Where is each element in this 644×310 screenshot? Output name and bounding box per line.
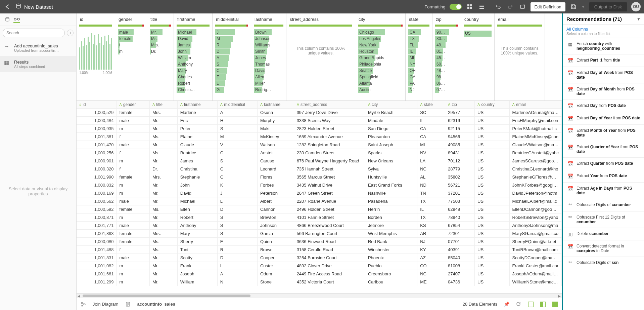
profile-column[interactable]: lastname Brown Johnson Williams Smith Jo… [251, 13, 286, 101]
column-header[interactable]: #id [77, 101, 117, 109]
horizontal-scrollbar[interactable]: ◀ ▶ [77, 293, 562, 298]
value-row[interactable]: M [215, 36, 248, 42]
column-header[interactable]: Acountry [475, 101, 510, 109]
column-header[interactable]: Astreet_address [294, 101, 365, 109]
value-row[interactable]: Williams [254, 42, 283, 48]
profile-column[interactable]: country US [461, 13, 495, 101]
column-header[interactable]: Azip [445, 101, 475, 109]
value-row[interactable]: Rodrig… [254, 87, 283, 93]
step-item[interactable]: → Add accountinfo_sales Uploaded from ac… [0, 40, 76, 56]
join-diagram-icon[interactable] [81, 302, 86, 307]
value-row[interactable]: Christo… [177, 87, 210, 93]
back-button[interactable] [3, 3, 11, 11]
value-row[interactable]: Dr. [150, 48, 171, 54]
value-row[interactable]: m [118, 48, 144, 54]
table-row[interactable]: 1,001,771maleMr.AnthonySJohnson4866 Bree… [77, 222, 562, 230]
table-row[interactable]: 1,001,488fMs.ToniRBrown3158 Cerullo Road… [77, 246, 562, 254]
value-row[interactable]: Seattle [358, 68, 403, 74]
table-row[interactable]: 1,000,484maleMr.EricHMurphy3338 Scenic W… [77, 117, 562, 125]
tab-data-icon[interactable] [4, 16, 11, 23]
value-row[interactable]: Mary [177, 68, 210, 74]
recommendation-item[interactable]: 📅 Extract Day from POS date [563, 100, 644, 112]
value-row[interactable]: Johnson [254, 36, 283, 42]
table-row[interactable]: 1,001,863femaleMrs.MarySGarcia566 Barrin… [77, 230, 562, 238]
preview-icon[interactable] [518, 3, 526, 11]
value-row[interactable]: PA [408, 80, 429, 86]
recommendation-item[interactable]: 📅 Convert detected format in ccexpires t… [563, 240, 644, 257]
value-row[interactable]: Chicago [358, 29, 403, 35]
user-avatar[interactable]: OU [631, 2, 641, 11]
all-columns-link[interactable]: All Columns [566, 27, 641, 32]
table-row[interactable]: 1,000,901mMr.JamesSCaruso676 Paul Wayne … [77, 157, 562, 165]
profile-column[interactable]: zip 90… 30… 49… 01… 45… 60… 48… 98… 06… [432, 13, 461, 101]
search-input[interactable] [3, 29, 65, 37]
edit-definition-button[interactable]: Edit Definition [531, 2, 565, 11]
value-row[interactable]: G [215, 87, 248, 93]
value-row[interactable]: Los Angeles [358, 36, 403, 42]
table-row[interactable]: 1,001,299mMr.WilliamNStone4352 Victoria … [77, 278, 562, 286]
value-row[interactable]: Michael [177, 29, 210, 35]
value-row[interactable]: James [177, 42, 210, 48]
value-row[interactable]: 45… [435, 55, 458, 61]
value-row[interactable]: E [215, 74, 248, 80]
recommendation-item[interactable]: 📅 Extract Part_1 from title [563, 54, 644, 67]
value-row[interactable]: female [118, 36, 144, 42]
profile-column[interactable]: id 1.00M1.00M [77, 13, 115, 101]
table-row[interactable]: 1,000,592femaleMs.EllenDCannon2496 Holde… [77, 205, 562, 214]
scroll-left-icon[interactable]: ◀ [77, 294, 81, 298]
value-row[interactable]: Smith [254, 48, 283, 54]
value-row[interactable]: Houston [358, 48, 403, 54]
recommendation-item[interactable]: 📅 Extract Day of Week from POS date [563, 67, 644, 83]
column-header[interactable]: Alastname [257, 101, 294, 109]
value-row[interactable]: L [215, 80, 248, 86]
value-row[interactable]: R [215, 42, 248, 48]
value-row[interactable]: male [118, 29, 144, 35]
table-row[interactable]: 1,000,169mMr.DavidJPeterson2647 Green St… [77, 189, 562, 197]
value-row[interactable]: Davis [254, 68, 283, 74]
recommendation-item[interactable]: 📅 Extract Month of Year from POS date [563, 124, 644, 141]
table-row[interactable]: 1,000,529femaleMrs.MarleneAOsuna397 Jerr… [77, 109, 562, 117]
recommendation-item[interactable]: 📅 Extract Year from POS date [563, 170, 644, 182]
value-row[interactable]: Brown [254, 29, 283, 35]
value-row[interactable]: Mrs. [150, 42, 171, 48]
recommendation-item[interactable]: 📅 Extract Day of Month from POS date [563, 83, 644, 100]
table-row[interactable]: 1,001,831maleMr.ScottyDCooper3254 Burnsi… [77, 254, 562, 262]
list-view-icon[interactable] [478, 3, 486, 11]
value-row[interactable]: Grand Rapids [358, 55, 403, 61]
recommendation-item[interactable]: ** Obfuscate First 12 Digits of ccnumber [563, 211, 644, 228]
value-row[interactable]: C [215, 68, 248, 74]
value-row[interactable]: Thomas [254, 61, 283, 67]
value-row[interactable]: GA [408, 74, 429, 80]
value-row[interactable]: 01… [435, 48, 458, 54]
value-row[interactable]: J [215, 29, 248, 35]
value-row[interactable]: William [177, 55, 210, 61]
value-row[interactable]: OH [408, 68, 429, 74]
value-row[interactable]: A [215, 55, 248, 61]
layout-icon-3[interactable] [552, 302, 558, 307]
value-row[interactable]: 49… [435, 42, 458, 48]
scroll-right-icon[interactable]: ▶ [557, 294, 562, 298]
value-row[interactable]: 60… [435, 61, 458, 67]
value-row[interactable]: 90… [435, 29, 458, 35]
value-row[interactable]: S [215, 61, 248, 67]
profile-column[interactable]: gender male female f m [115, 13, 147, 101]
value-row[interactable]: Anthony [177, 61, 210, 67]
value-row[interactable]: Miller [254, 80, 283, 86]
column-header[interactable]: Afirstname [177, 101, 217, 109]
profile-column[interactable]: middleinitial J M R D A S C E L [213, 13, 251, 101]
value-row[interactable]: 06… [435, 80, 458, 86]
profile-column[interactable]: email This column contains 100% unique v… [495, 13, 545, 101]
table-row[interactable]: 1,000,080femaleMs.SherryEQuinn3636 Finwo… [77, 238, 562, 246]
value-row[interactable]: 48… [435, 68, 458, 74]
profile-column[interactable]: firstname Michael David James John Willi… [174, 13, 213, 101]
value-row[interactable]: Atlanta [358, 80, 403, 86]
value-row[interactable]: f [118, 42, 144, 48]
value-row[interactable]: IL [408, 48, 429, 54]
value-row[interactable]: Allen [254, 74, 283, 80]
layout-icon-1[interactable] [528, 302, 534, 307]
recommendation-item[interactable]: 📅 Extract Quarter of Year from POS date [563, 141, 644, 157]
value-row[interactable]: NY [408, 61, 429, 67]
refresh-icon[interactable] [516, 302, 521, 307]
pin-icon[interactable]: 📌 [504, 302, 509, 307]
recommendation-item[interactable]: ** Obfuscate Digits of ssn [563, 257, 644, 269]
